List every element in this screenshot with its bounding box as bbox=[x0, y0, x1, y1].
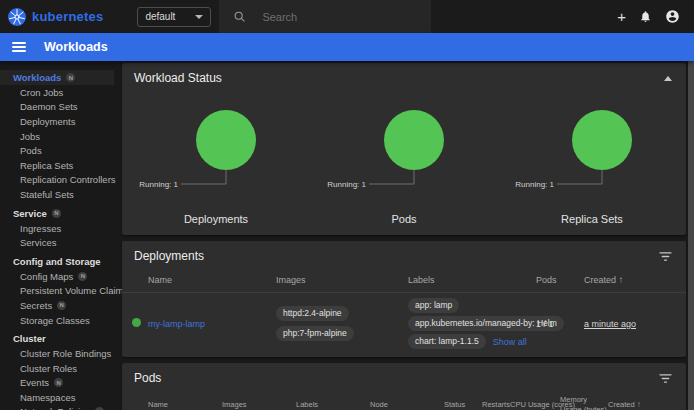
sidebar-item-stateful-sets[interactable]: Stateful Sets bbox=[0, 187, 114, 202]
pie-chart-replica-sets: Running: 1 bbox=[502, 104, 682, 204]
column-header-name[interactable]: Name bbox=[148, 400, 222, 410]
column-header-restarts[interactable]: Restarts bbox=[482, 400, 510, 410]
namespaced-badge: N bbox=[52, 209, 61, 218]
pods-table-header: Name Images Labels Node Status Restarts … bbox=[122, 390, 686, 410]
topbar-actions: + bbox=[617, 9, 680, 24]
vertical-scrollbar bbox=[688, 61, 694, 410]
filter-button[interactable] bbox=[659, 373, 672, 384]
sidebar-item-deployments[interactable]: Deployments bbox=[0, 114, 114, 129]
kubernetes-logo-icon bbox=[8, 8, 26, 26]
filter-icon bbox=[659, 251, 672, 262]
user-profile-button[interactable] bbox=[665, 9, 680, 24]
chart-deployments: Running: 1 Deployments bbox=[122, 104, 310, 225]
sidebar-item-services[interactable]: Services bbox=[0, 235, 114, 250]
deployment-row: my-lamp-lamp httpd:2.4-alpine php:7-fpm-… bbox=[122, 293, 686, 357]
sidebar-item-cluster-roles[interactable]: Cluster Roles bbox=[0, 361, 114, 376]
user-icon bbox=[665, 9, 680, 24]
svg-text:Running: 1: Running: 1 bbox=[139, 180, 178, 189]
sidebar-item-events[interactable]: Events N bbox=[0, 376, 114, 391]
deployments-title: Deployments bbox=[134, 249, 204, 263]
sidebar-item-service[interactable]: Service N bbox=[0, 206, 114, 221]
deployment-name-link[interactable]: my-lamp-lamp bbox=[148, 319, 276, 329]
search-input[interactable] bbox=[262, 11, 412, 23]
filter-icon bbox=[659, 373, 672, 384]
notifications-button[interactable] bbox=[639, 10, 652, 23]
column-header-created[interactable]: Created ↑ bbox=[584, 274, 676, 285]
deployments-card: Deployments Name Images Labels Pods bbox=[122, 241, 686, 357]
sidebar-item-daemon-sets[interactable]: Daemon Sets bbox=[0, 100, 114, 115]
brand[interactable]: kubernetes bbox=[8, 8, 103, 26]
collapse-arrow-icon[interactable] bbox=[664, 76, 672, 81]
namespaced-badge: N bbox=[78, 272, 87, 281]
column-header-cpu[interactable]: CPU Usage (cores) bbox=[510, 400, 560, 410]
pods-title: Pods bbox=[134, 371, 161, 385]
chart-title: Replica Sets bbox=[561, 213, 623, 225]
namespace-value: default bbox=[145, 11, 175, 22]
sidebar-item-persistent-volume-claims[interactable]: Persistent Volume Claims N bbox=[0, 284, 114, 299]
sidebar-item-jobs[interactable]: Jobs bbox=[0, 129, 114, 144]
namespace-selector[interactable]: default bbox=[137, 7, 211, 27]
column-header-images[interactable]: Images bbox=[276, 275, 408, 285]
filter-button[interactable] bbox=[659, 251, 672, 262]
column-header-pods[interactable]: Pods bbox=[536, 275, 584, 285]
sidebar-item-replication-controllers[interactable]: Replication Controllers bbox=[0, 173, 114, 188]
chart-replica-sets: Running: 1 Replica Sets bbox=[498, 104, 686, 225]
kubernetes-dashboard: kubernetes default + bbox=[0, 0, 694, 410]
sidebar-item-ingresses[interactable]: Ingresses bbox=[0, 221, 114, 236]
label-chip: chart: lamp-1.1.5 bbox=[408, 334, 486, 349]
sidebar-item-cluster-role-bindings[interactable]: Cluster Role Bindings bbox=[0, 346, 114, 361]
sidebar-item-network-policies[interactable]: Network Policies N bbox=[0, 405, 114, 410]
app-bar: Workloads bbox=[0, 33, 694, 61]
column-header-node[interactable]: Node bbox=[370, 400, 444, 410]
search-icon bbox=[233, 10, 246, 23]
bell-icon bbox=[639, 10, 652, 23]
sidebar-item-workloads[interactable]: Workloads N bbox=[0, 70, 114, 85]
sidebar-item-replica-sets[interactable]: Replica Sets bbox=[0, 158, 114, 173]
deployment-labels: app: lamp app.kubernetes.io/managed-by: … bbox=[408, 298, 536, 349]
chart-title: Pods bbox=[391, 213, 416, 225]
status-ok-icon bbox=[132, 318, 141, 327]
deployment-images: httpd:2.4-alpine php:7-fpm-alpine bbox=[276, 306, 408, 341]
chart-pods: Running: 1 Pods bbox=[310, 104, 498, 225]
deployment-created: a minute ago bbox=[584, 319, 676, 329]
show-all-link[interactable]: Show all bbox=[493, 337, 527, 347]
column-header-images[interactable]: Images bbox=[222, 400, 296, 410]
column-header-name[interactable]: Name bbox=[148, 275, 276, 285]
sidebar-item-pods[interactable]: Pods bbox=[0, 143, 114, 158]
sidebar: Workloads N Cron Jobs Daemon Sets Deploy… bbox=[0, 61, 114, 410]
column-header-created[interactable]: Created ↑ bbox=[608, 400, 676, 410]
sidebar-item-namespaces[interactable]: Namespaces bbox=[0, 390, 114, 405]
sidebar-item-config-and-storage[interactable]: Config and Storage bbox=[0, 254, 114, 269]
label-chip: app: lamp bbox=[408, 298, 459, 313]
pie-chart-deployments: Running: 1 bbox=[126, 104, 306, 204]
sort-arrow-icon: ↑ bbox=[619, 274, 624, 285]
chevron-down-icon bbox=[195, 15, 203, 19]
scrollbar-thumb[interactable] bbox=[688, 61, 694, 410]
sidebar-item-secrets[interactable]: Secrets N bbox=[0, 298, 114, 313]
main-content: Workload Status Running: 1 Deployments bbox=[114, 61, 694, 410]
column-header-labels[interactable]: Labels bbox=[296, 400, 370, 410]
workload-status-card: Workload Status Running: 1 Deployments bbox=[122, 63, 686, 235]
chart-title: Deployments bbox=[184, 213, 248, 225]
sidebar-item-cluster[interactable]: Cluster bbox=[0, 331, 114, 346]
top-bar: kubernetes default + bbox=[0, 0, 694, 33]
workload-status-title: Workload Status bbox=[134, 71, 222, 85]
svg-text:Running: 1: Running: 1 bbox=[327, 180, 366, 189]
sidebar-item-cron-jobs[interactable]: Cron Jobs bbox=[0, 85, 114, 100]
brand-name: kubernetes bbox=[32, 9, 103, 24]
sidebar-item-config-maps[interactable]: Config Maps N bbox=[0, 269, 114, 284]
deployments-table-header: Name Images Labels Pods Created ↑ bbox=[122, 268, 686, 293]
namespaced-badge: N bbox=[66, 73, 75, 82]
svg-text:Running: 1: Running: 1 bbox=[515, 180, 554, 189]
column-header-labels[interactable]: Labels bbox=[408, 275, 536, 285]
column-header-status[interactable]: Status bbox=[444, 400, 482, 410]
column-header-memory[interactable]: Memory Usage (bytes) bbox=[560, 395, 608, 410]
sort-arrow-icon: ↑ bbox=[637, 400, 641, 409]
search-bar bbox=[219, 0, 431, 33]
sidebar-item-storage-classes[interactable]: Storage Classes bbox=[0, 313, 114, 328]
create-resource-button[interactable]: + bbox=[617, 9, 626, 24]
menu-icon[interactable] bbox=[12, 42, 26, 52]
deployment-pods-count: 1 / 1 bbox=[536, 319, 584, 329]
namespaced-badge: N bbox=[57, 301, 66, 310]
image-chip: php:7-fpm-alpine bbox=[276, 326, 354, 341]
